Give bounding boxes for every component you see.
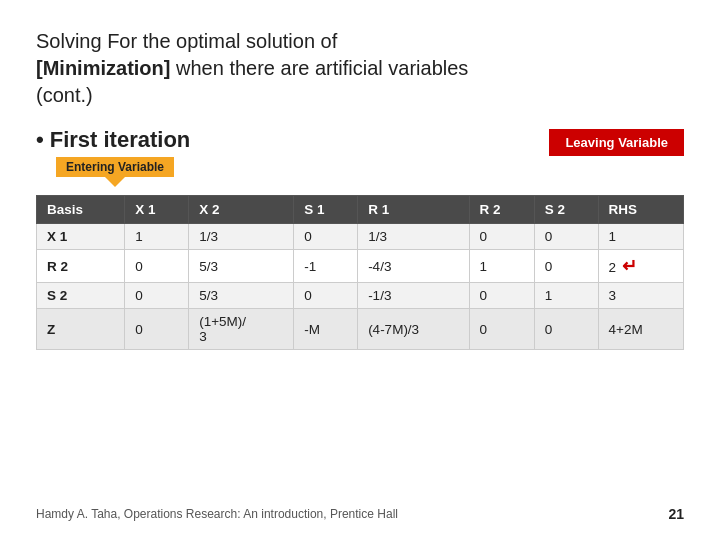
title-line2: [Minimization] when there are artificial… bbox=[36, 57, 468, 79]
table-row: X 111/301/3001 bbox=[37, 224, 684, 250]
col-r2: R 2 bbox=[469, 196, 534, 224]
leaving-variable-badge: Leaving Variable bbox=[549, 129, 684, 156]
table-cell: -M bbox=[294, 309, 358, 350]
table-cell: 0 bbox=[534, 224, 598, 250]
table-cell: 0 bbox=[125, 309, 189, 350]
table-row: Z0(1+5M)/ 3-M(4-7M)/3004+2M bbox=[37, 309, 684, 350]
table-row: R 205/3-1-4/3102 bbox=[37, 250, 684, 283]
entering-variable-badge: Entering Variable bbox=[56, 157, 174, 177]
table-row: S 205/30-1/3013 bbox=[37, 283, 684, 309]
table-cell: 0 bbox=[534, 250, 598, 283]
table-cell: 2 bbox=[598, 250, 683, 283]
table-cell: 0 bbox=[534, 309, 598, 350]
table-cell: Z bbox=[37, 309, 125, 350]
table-cell: 1 bbox=[469, 250, 534, 283]
table-cell: 5/3 bbox=[189, 283, 294, 309]
title-suffix: when there are artificial variables bbox=[170, 57, 468, 79]
simplex-table: Basis X 1 X 2 S 1 R 1 R 2 S 2 RHS X 111/… bbox=[36, 195, 684, 350]
title-line3: (cont.) bbox=[36, 84, 93, 106]
table-cell: -1/3 bbox=[358, 283, 469, 309]
table-cell: 3 bbox=[598, 283, 683, 309]
table-cell: 1 bbox=[598, 224, 683, 250]
table-cell: 1 bbox=[125, 224, 189, 250]
table-cell: (1+5M)/ 3 bbox=[189, 309, 294, 350]
table-cell: 1/3 bbox=[358, 224, 469, 250]
table-body: X 111/301/3001R 205/3-1-4/3102S 205/30-1… bbox=[37, 224, 684, 350]
header-row: Basis X 1 X 2 S 1 R 1 R 2 S 2 RHS bbox=[37, 196, 684, 224]
table-cell: -1 bbox=[294, 250, 358, 283]
table-cell: 0 bbox=[469, 224, 534, 250]
table-header: Basis X 1 X 2 S 1 R 1 R 2 S 2 RHS bbox=[37, 196, 684, 224]
table-cell: -4/3 bbox=[358, 250, 469, 283]
table-cell: X 1 bbox=[37, 224, 125, 250]
page-container: Solving For the optimal solution of [Min… bbox=[0, 0, 720, 370]
table-wrapper: Basis X 1 X 2 S 1 R 1 R 2 S 2 RHS X 111/… bbox=[36, 195, 684, 350]
table-cell: 5/3 bbox=[189, 250, 294, 283]
table-cell: (4-7M)/3 bbox=[358, 309, 469, 350]
title-line1: Solving For the optimal solution of bbox=[36, 30, 337, 52]
iteration-row: • First iteration Entering Variable Leav… bbox=[36, 127, 684, 177]
col-s1: S 1 bbox=[294, 196, 358, 224]
col-x2: X 2 bbox=[189, 196, 294, 224]
footer: Hamdy A. Taha, Operations Research: An i… bbox=[36, 506, 684, 522]
col-rhs: RHS bbox=[598, 196, 683, 224]
table-cell: 0 bbox=[469, 309, 534, 350]
table-cell: 1/3 bbox=[189, 224, 294, 250]
table-cell: S 2 bbox=[37, 283, 125, 309]
table-cell: 1 bbox=[534, 283, 598, 309]
footer-page: 21 bbox=[668, 506, 684, 522]
table-cell: 0 bbox=[294, 224, 358, 250]
col-s2: S 2 bbox=[534, 196, 598, 224]
table-cell: 0 bbox=[125, 283, 189, 309]
table-cell: R 2 bbox=[37, 250, 125, 283]
title-minimization: Minimization bbox=[43, 57, 164, 79]
page-title: Solving For the optimal solution of [Min… bbox=[36, 28, 684, 109]
bullet-text: First iteration bbox=[50, 127, 191, 153]
footer-citation: Hamdy A. Taha, Operations Research: An i… bbox=[36, 507, 398, 521]
table-cell: 0 bbox=[125, 250, 189, 283]
bullet-label: • First iteration bbox=[36, 127, 190, 153]
table-cell: 0 bbox=[294, 283, 358, 309]
table-cell: 4+2M bbox=[598, 309, 683, 350]
bullet-section: • First iteration Entering Variable bbox=[36, 127, 190, 177]
table-cell: 0 bbox=[469, 283, 534, 309]
col-basis: Basis bbox=[37, 196, 125, 224]
leaving-variable-label: Leaving Variable bbox=[565, 135, 668, 150]
col-x1: X 1 bbox=[125, 196, 189, 224]
bullet-dot: • bbox=[36, 127, 44, 153]
entering-variable-label: Entering Variable bbox=[66, 160, 164, 174]
col-r1: R 1 bbox=[358, 196, 469, 224]
